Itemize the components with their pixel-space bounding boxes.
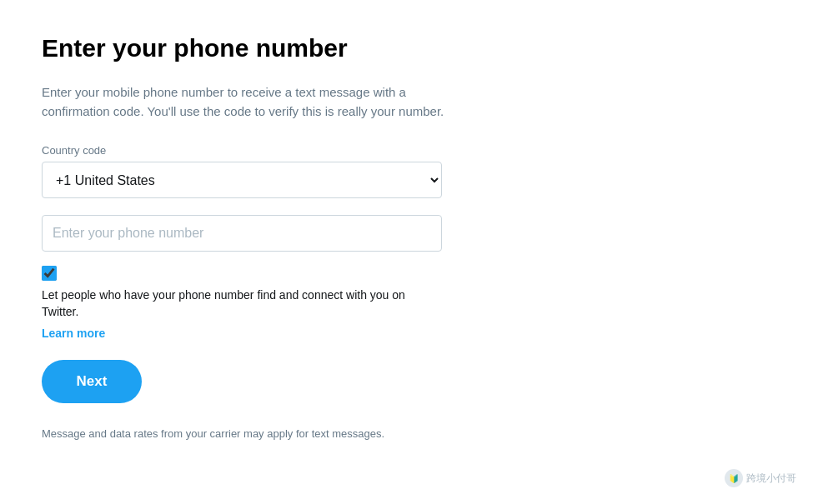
checkbox-label: Let people who have your phone number fi…: [42, 287, 442, 320]
page-title: Enter your phone number: [42, 33, 475, 63]
main-container: Enter your phone number Enter your mobil…: [0, 0, 517, 475]
country-code-label: Country code: [42, 144, 475, 157]
description-text: Enter your mobile phone number to receiv…: [42, 83, 475, 121]
footer-note: Message and data rates from your carrier…: [42, 427, 475, 442]
find-connect-checkbox[interactable]: [42, 266, 57, 281]
next-button[interactable]: Next: [42, 360, 142, 403]
watermark-text: 跨境小付哥: [746, 472, 796, 486]
watermark: 🔰 跨境小付哥: [725, 469, 796, 487]
phone-number-group: [42, 212, 475, 252]
phone-number-input[interactable]: [42, 215, 442, 252]
watermark-icon: 🔰: [725, 469, 743, 487]
country-code-select[interactable]: +1 United States +44 United Kingdom +86 …: [42, 162, 442, 198]
country-code-group: Country code +1 United States +44 United…: [42, 144, 475, 198]
learn-more-link[interactable]: Learn more: [42, 327, 105, 340]
checkbox-wrapper: Let people who have your phone number fi…: [42, 265, 442, 340]
checkbox-row: Let people who have your phone number fi…: [42, 265, 442, 340]
